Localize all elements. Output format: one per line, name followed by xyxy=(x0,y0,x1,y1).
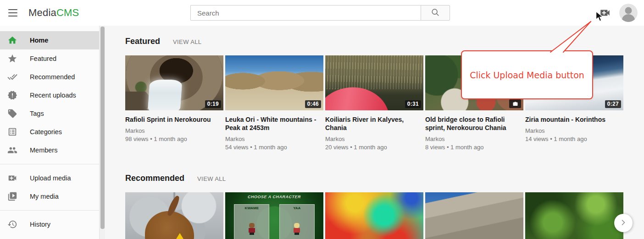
media-title[interactable]: Rafioli Sprint in Nerokourou xyxy=(125,115,221,124)
hamburger-menu-icon[interactable] xyxy=(8,9,17,17)
thumbnail-art xyxy=(293,223,300,235)
media-meta: 8 views • 1 month ago xyxy=(425,143,523,152)
media-title[interactable]: Old bridge close to Rafioli sprint, Nero… xyxy=(425,115,521,132)
logo-cms-text: CMS xyxy=(56,7,79,18)
duration-badge: 0:27 xyxy=(605,100,621,108)
sidebar-item-label: Tags xyxy=(30,110,44,117)
mediacms-app: MediaCMS Home xyxy=(0,0,644,239)
media-title[interactable]: Leuka Ori - White mountains - Peak at 24… xyxy=(225,115,321,132)
video-library-icon xyxy=(7,191,18,202)
duration-badge: 0:19 xyxy=(205,100,221,108)
sidebar-item-label: Categories xyxy=(30,128,62,136)
media-meta: 98 views • 1 month ago xyxy=(125,135,223,143)
thumbnail-art: YAA Select xyxy=(279,204,315,239)
sidebar-item-label: Members xyxy=(30,147,57,154)
history-icon xyxy=(7,219,18,230)
media-card xyxy=(325,192,423,239)
camera-icon xyxy=(509,99,521,108)
sidebar-item-label: Home xyxy=(30,37,48,44)
upload-media-icon[interactable] xyxy=(599,7,611,19)
sidebar-item-home[interactable]: Home xyxy=(0,31,99,49)
sidebar-nav: Home Featured Recommended Recent uploads… xyxy=(0,26,99,234)
thumbnail-art xyxy=(248,223,255,235)
video-thumbnail[interactable]: 0:31 xyxy=(325,55,423,110)
sidebar-item-members[interactable]: Members xyxy=(0,141,99,159)
media-card: 0:19 Rafioli Sprint in Nerokourou Markos… xyxy=(125,55,223,162)
media-author: Markos xyxy=(325,135,423,143)
members-icon xyxy=(7,145,18,156)
media-card xyxy=(525,192,623,239)
featured-view-all-link[interactable]: VIEW ALL xyxy=(173,38,201,45)
recommended-cards-row: CHOOSE A CHARACTER KWAME Selected YAA Se… xyxy=(125,192,644,239)
recommended-view-all-link[interactable]: VIEW ALL xyxy=(197,175,226,182)
media-author: Markos xyxy=(125,127,223,135)
thumbnail-art xyxy=(176,233,183,239)
media-card xyxy=(425,192,523,239)
recommended-section-header: Recommended VIEW ALL xyxy=(125,174,644,183)
tour-callout-text: Click Upload Media button xyxy=(470,70,584,80)
media-meta: 54 views • 1 month ago xyxy=(225,143,323,152)
top-bar: MediaCMS xyxy=(0,0,644,26)
carousel-next-button[interactable] xyxy=(614,214,633,232)
video-thumbnail[interactable]: 0:19 xyxy=(125,55,223,110)
home-icon xyxy=(7,35,18,46)
header-actions xyxy=(599,0,638,26)
search-bar xyxy=(190,5,450,21)
sidebar-item-label: My media xyxy=(30,193,59,200)
video-thumbnail[interactable]: CHOOSE A CHARACTER KWAME Selected YAA Se… xyxy=(225,192,323,239)
categories-icon xyxy=(7,126,18,137)
video-thumbnail[interactable] xyxy=(325,192,423,239)
logo[interactable]: MediaCMS xyxy=(28,7,79,19)
sidebar-item-label: Upload media xyxy=(30,174,71,182)
star-icon xyxy=(7,53,18,64)
sidebar-item-label: Recommended xyxy=(30,73,75,81)
sidebar-item-label: History xyxy=(30,221,50,228)
thumbnail-art: KWAME Selected xyxy=(234,204,269,239)
sidebar-item-label: Featured xyxy=(30,55,56,62)
sidebar-item-tags[interactable]: Tags xyxy=(0,104,99,123)
sidebar-item-label: Recent uploads xyxy=(30,92,76,99)
video-thumbnail[interactable] xyxy=(425,192,523,239)
video-thumbnail[interactable]: 0:46 xyxy=(225,55,323,110)
search-button[interactable] xyxy=(421,5,450,21)
sidebar-divider xyxy=(0,164,99,164)
video-call-icon xyxy=(7,173,18,184)
media-title[interactable]: Ziria mountain - Korinthos xyxy=(525,115,621,124)
media-card xyxy=(125,192,223,239)
sidebar-item-history[interactable]: History xyxy=(0,215,99,234)
section-title-featured: Featured xyxy=(125,37,160,46)
thumbnail-art-text: YAA xyxy=(280,206,314,210)
sidebar-item-recent-uploads[interactable]: Recent uploads xyxy=(0,86,99,104)
media-title[interactable]: Koiliaris River in Kalyves, Chania xyxy=(325,115,421,132)
thumbnail-art-text: KWAME xyxy=(234,206,269,210)
video-thumbnail[interactable] xyxy=(125,192,223,239)
media-card: 0:31 Koiliaris River in Kalyves, Chania … xyxy=(325,55,423,162)
media-card: CHOOSE A CHARACTER KWAME Selected YAA Se… xyxy=(225,192,323,239)
sidebar-item-my-media[interactable]: My media xyxy=(0,187,99,206)
user-avatar-icon[interactable] xyxy=(619,4,638,22)
search-input[interactable] xyxy=(190,5,421,21)
section-title-recommended: Recommended xyxy=(125,174,184,183)
media-author: Markos xyxy=(225,135,323,143)
duration-badge: 0:46 xyxy=(305,100,321,108)
sidebar-item-upload-media[interactable]: Upload media xyxy=(0,169,99,187)
logo-media-text: Media xyxy=(28,7,56,18)
chevron-right-icon xyxy=(619,218,628,228)
sidebar-item-recommended[interactable]: Recommended xyxy=(0,68,99,86)
sidebar-divider xyxy=(0,210,99,211)
media-author: Markos xyxy=(425,135,523,143)
sidebar-item-featured[interactable]: Featured xyxy=(0,49,99,68)
thumbnail-art-text: CHOOSE A CHARACTER xyxy=(225,195,323,199)
video-thumbnail[interactable] xyxy=(525,192,623,239)
media-author: Markos xyxy=(525,127,623,135)
sidebar: Home Featured Recommended Recent uploads… xyxy=(0,26,105,239)
tour-callout: Click Upload Media button xyxy=(461,50,593,99)
sidebar-scrollbar[interactable] xyxy=(99,26,105,239)
media-meta: 14 views • 1 month ago xyxy=(525,135,623,143)
featured-section-header: Featured VIEW ALL xyxy=(125,37,644,46)
sidebar-scrollbar-thumb[interactable] xyxy=(100,27,105,229)
search-icon xyxy=(431,8,440,18)
duration-badge: 0:31 xyxy=(405,100,421,108)
thumbnail-art xyxy=(145,211,194,239)
sidebar-item-categories[interactable]: Categories xyxy=(0,123,99,141)
